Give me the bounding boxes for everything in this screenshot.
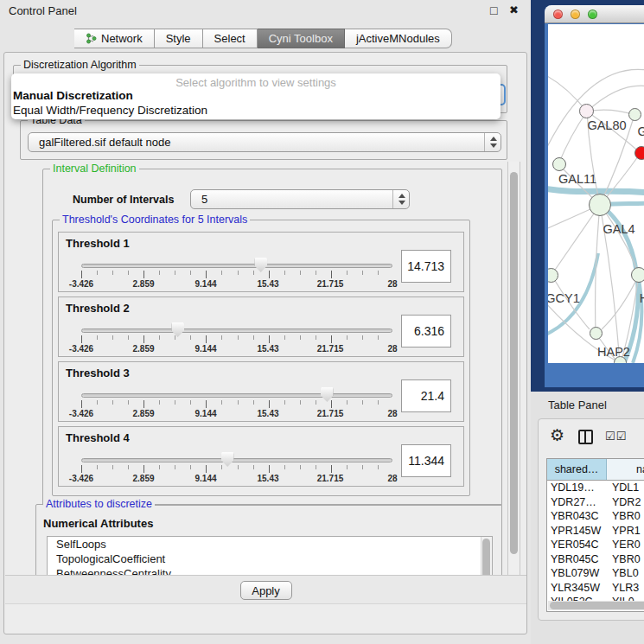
minimize-traffic-light-icon[interactable]: [571, 10, 580, 19]
tick-label: 2.859: [132, 279, 154, 289]
threshold-value-field[interactable]: 11.344: [401, 444, 451, 477]
table-data-group: Table Data galFiltered.sif default node: [20, 120, 507, 160]
table-row[interactable]: YER054C YER0: [547, 538, 644, 552]
tab[interactable]: jActiveMNodules: [345, 29, 452, 48]
tick-label: -3.426: [69, 344, 93, 354]
tab[interactable]: Cyni Toolbox: [258, 29, 345, 48]
table-cell[interactable]: YBR045C: [547, 552, 607, 567]
table-row[interactable]: YDL19… YDL1: [547, 481, 644, 495]
table-row[interactable]: YBR043C YBR0: [547, 509, 644, 524]
table-cell[interactable]: YLR345W: [547, 581, 607, 596]
table-cell[interactable]: YBR0: [607, 552, 644, 567]
control-panel: Control Panel □ ✖ Network: [0, 0, 531, 644]
list-item[interactable]: SelfLoops: [48, 537, 492, 552]
tab-label: Select: [214, 32, 245, 45]
table-cell[interactable]: YBL0: [607, 566, 644, 581]
network-node[interactable]: [590, 327, 603, 340]
tick-label: 28: [387, 279, 397, 289]
threshold-3-slider[interactable]: -3.4262.8599.14415.4321.71528: [76, 381, 398, 421]
tick-label: 9.144: [194, 344, 216, 354]
column-header[interactable]: shared…: [547, 459, 607, 480]
list-item[interactable]: BetweennessCentrality: [48, 566, 492, 575]
combo-stepper-icon[interactable]: [484, 133, 501, 151]
table-cell[interactable]: YPR1: [607, 524, 644, 539]
slider-ticks: [81, 335, 392, 343]
table-cell[interactable]: YDL19…: [547, 481, 607, 495]
network-node[interactable]: [614, 356, 627, 363]
threshold-value-field[interactable]: 21.4: [401, 379, 451, 412]
slider-ticks: [81, 400, 392, 408]
dropdown-item[interactable]: Equal Width/Frequency Discretization: [11, 103, 501, 118]
table-cell[interactable]: YBR0: [607, 509, 644, 524]
network-node[interactable]: [552, 157, 566, 171]
network-node[interactable]: [628, 108, 641, 121]
close-traffic-light-icon[interactable]: [553, 10, 563, 19]
number-of-intervals-label: Number of Intervals: [73, 194, 174, 206]
tab-label: Cyni Toolbox: [269, 32, 333, 45]
combo-value: 5: [191, 193, 392, 206]
tab[interactable]: Style: [155, 29, 203, 48]
number-of-intervals-combo[interactable]: 5: [190, 189, 410, 209]
table-row[interactable]: YBL079W YBL0: [547, 566, 644, 581]
panel-scrollbar[interactable]: [507, 162, 520, 575]
table-row[interactable]: YBR045C YBR0: [547, 552, 644, 567]
table-cell[interactable]: YBL079W: [547, 566, 607, 581]
close-icon[interactable]: ✖: [509, 3, 519, 16]
list-item[interactable]: TopologicalCoefficient: [48, 552, 492, 566]
table-cell[interactable]: YDR27…: [547, 495, 607, 510]
table-cell[interactable]: YPR145W: [547, 524, 607, 539]
tick-label: 2.859: [132, 344, 154, 354]
table-cell[interactable]: YLR3: [607, 581, 644, 596]
select-columns-checkbox-icons[interactable]: ☑☑: [605, 430, 627, 443]
network-node[interactable]: [631, 267, 644, 283]
settings-gear-icon[interactable]: ⚙: [550, 425, 564, 445]
threshold-2-slider[interactable]: -3.4262.8599.14415.4321.71528: [76, 316, 398, 356]
float-window-icon[interactable]: □: [490, 3, 497, 17]
tab-label: Network: [101, 32, 143, 45]
table-row[interactable]: YPR145W YPR1: [547, 524, 644, 539]
table-cell[interactable]: YDL1: [607, 481, 644, 495]
column-header[interactable]: na: [607, 459, 644, 480]
settings-scroll-area: Interval Definition Number of Intervals …: [6, 162, 506, 575]
table-cell[interactable]: YER0: [607, 538, 644, 552]
table-row[interactable]: YLR345W YLR3: [547, 581, 644, 596]
tick-label: -3.426: [69, 474, 93, 483]
table-horizontal-scrollbar[interactable]: [548, 601, 644, 610]
threshold-4-slider[interactable]: -3.4262.8599.14415.4321.71528: [76, 446, 398, 486]
tick-label: 21.715: [317, 279, 344, 289]
threshold-3-panel: Threshold 3 -3.4262.8599.14415.4321.7152…: [58, 361, 464, 422]
tab[interactable]: Select: [203, 29, 258, 48]
tick-label: 21.715: [317, 409, 344, 418]
node-label: GAL11: [558, 172, 596, 186]
zoom-traffic-light-icon[interactable]: [588, 10, 597, 19]
network-desktop: GAL80 GA C GAL11 GAL4 GCY1: [531, 0, 644, 392]
table-cell[interactable]: YDR2: [607, 495, 644, 510]
table-cell[interactable]: YBR043C: [547, 509, 607, 524]
tick-label: 9.144: [194, 409, 216, 418]
group-title: Attributes to discretize: [43, 498, 155, 510]
slider-track[interactable]: [81, 458, 392, 462]
slider-track[interactable]: [81, 264, 392, 268]
tab[interactable]: Network: [74, 29, 155, 48]
combo-stepper-icon[interactable]: [392, 190, 409, 208]
slider-track[interactable]: [81, 328, 392, 333]
network-node[interactable]: [579, 104, 594, 118]
apply-row: Apply: [5, 575, 526, 604]
table-cell[interactable]: YER054C: [547, 538, 607, 552]
dropdown-item[interactable]: Manual Discretization: [11, 88, 501, 103]
table-panel-body: ⚙ ☑☑ shared… na YDL19… YDL1 YDR27… YDR2: [538, 418, 644, 621]
apply-button[interactable]: Apply: [240, 581, 292, 600]
network-node[interactable]: [589, 194, 611, 216]
list-scrollbar[interactable]: [481, 537, 492, 575]
threshold-value-field[interactable]: 14.713: [401, 250, 451, 283]
table-data-combo[interactable]: galFiltered.sif default node: [28, 132, 501, 152]
network-window-titlebar[interactable]: [545, 5, 644, 23]
columns-layout-icon[interactable]: [578, 430, 593, 444]
network-canvas[interactable]: GAL80 GA C GAL11 GAL4 GCY1: [548, 24, 644, 363]
network-icon: [86, 33, 97, 44]
network-node[interactable]: [634, 146, 644, 160]
slider-track[interactable]: [81, 393, 392, 398]
threshold-value-field[interactable]: 6.316: [401, 315, 451, 348]
table-row[interactable]: YDR27… YDR2: [547, 495, 644, 510]
threshold-1-slider[interactable]: -3.4262.8599.14415.4321.71528: [76, 252, 398, 291]
